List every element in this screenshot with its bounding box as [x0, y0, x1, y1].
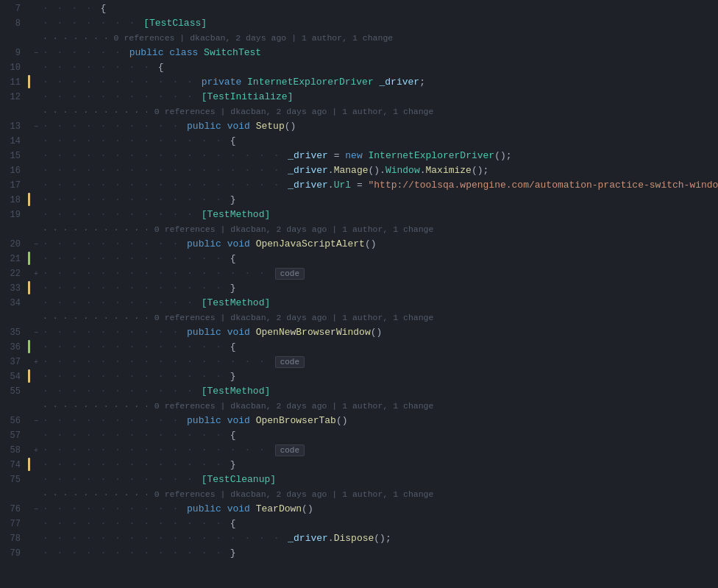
- line-56: 56 − · · · · · · · · · · public void Ope…: [0, 414, 718, 428]
- code-block-58: code: [275, 444, 305, 456]
- line-num-15: 15: [0, 149, 26, 163]
- collapse-22[interactable]: +: [31, 266, 41, 281]
- content-77: · · · · · · · · · · · · · {: [41, 517, 718, 531]
- line-33: 33 · · · · · · · · · · · · · }: [0, 281, 718, 296]
- line-21: 21 · · · · · · · · · · · · · {: [0, 252, 718, 266]
- collapse-35[interactable]: −: [31, 325, 41, 340]
- line-num-37: 37: [0, 355, 26, 369]
- line-13: 13 − · · · · · · · · · · public void Set…: [0, 119, 718, 134]
- line-num-58: 58: [0, 443, 26, 458]
- content-16: · · · · · · · · · · · · · · · · · _drive…: [41, 163, 718, 178]
- line-num-18: 18: [0, 193, 26, 208]
- line-num-9: 9: [0, 46, 26, 60]
- content-79: · · · · · · · · · · · · · }: [41, 546, 718, 561]
- content-56: · · · · · · · · · · public void OpenBrow…: [41, 414, 718, 428]
- content-12: · · · · · · · · · · · [TestInitialize]: [41, 90, 718, 105]
- content-36: · · · · · · · · · · · · · {: [41, 340, 718, 355]
- code-lines: 7 · · · · { 8 · · · · · · · [TestClass] …: [0, 0, 718, 561]
- line-37: 37 + · · · · · · · · · · · · · · · · cod…: [0, 355, 718, 369]
- line-num-13: 13: [0, 119, 26, 134]
- content-10: · · · · · · · · {: [41, 60, 718, 75]
- content-15: · · · · · · · · · · · · · · · · · _drive…: [41, 149, 718, 163]
- line-num-77: 77: [0, 517, 26, 531]
- line-num-12: 12: [0, 90, 26, 105]
- line-75: 75 · · · · · · · · · · · [TestCleanup]: [0, 472, 718, 487]
- content-78: · · · · · · · · · · · · · · · · · _drive…: [41, 531, 718, 546]
- indicator-36: [26, 340, 31, 353]
- line-15: 15 · · · · · · · · · · · · · · · · · _dr…: [0, 149, 718, 163]
- line-num-7: 7: [0, 1, 26, 16]
- line-num-33: 33: [0, 281, 26, 296]
- content-54: · · · · · · · · · · · · · }: [41, 369, 718, 384]
- line-79: 79 · · · · · · · · · · · · · }: [0, 546, 718, 561]
- content-76: · · · · · · · · · · public void TearDown…: [41, 502, 718, 517]
- meta-19: · · · · · · · · · · · 0 references | dka…: [0, 222, 718, 237]
- line-num-74: 74: [0, 458, 26, 472]
- code-editor: 7 · · · · { 8 · · · · · · · [TestClass] …: [0, 0, 718, 588]
- collapse-20[interactable]: −: [31, 237, 41, 252]
- content-74: · · · · · · · · · · · · · }: [41, 458, 718, 472]
- line-9: 9 − · · · · · · public class SwitchTest: [0, 46, 718, 60]
- line-57: 57 · · · · · · · · · · · · · {: [0, 428, 718, 443]
- content-13: · · · · · · · · · · public void Setup(): [41, 119, 718, 134]
- code-block-22: code: [275, 268, 305, 280]
- meta-text-8: · · · · · · · 0 references | dkacban, 2 …: [41, 32, 393, 45]
- line-34: 34 · · · · · · · · · · · [TestMethod]: [0, 296, 718, 311]
- line-78: 78 · · · · · · · · · · · · · · · · · _dr…: [0, 531, 718, 546]
- collapse-58[interactable]: +: [31, 443, 41, 458]
- content-57: · · · · · · · · · · · · · {: [41, 428, 718, 443]
- line-num-16: 16: [0, 163, 26, 178]
- line-num-10: 10: [0, 60, 26, 75]
- line-num-8: 8: [0, 16, 26, 31]
- content-20: · · · · · · · · · · public void OpenJava…: [41, 237, 718, 252]
- line-num-11: 11: [0, 75, 26, 90]
- line-14: 14 · · · · · · · · · · · · · {: [0, 134, 718, 149]
- line-num-35: 35: [0, 325, 26, 340]
- content-33: · · · · · · · · · · · · · }: [41, 281, 718, 296]
- line-8: 8 · · · · · · · [TestClass]: [0, 16, 718, 31]
- line-num-76: 76: [0, 502, 26, 517]
- collapse-76[interactable]: −: [31, 502, 41, 517]
- line-22: 22 + · · · · · · · · · · · · · · · · cod…: [0, 266, 718, 281]
- content-37: · · · · · · · · · · · · · · · · code: [41, 355, 718, 369]
- meta-text-34: · · · · · · · · · · · 0 references | dka…: [41, 311, 433, 325]
- indicator-18: [26, 193, 31, 206]
- collapse-37[interactable]: +: [31, 355, 41, 369]
- collapse-13[interactable]: −: [31, 119, 41, 134]
- content-55: · · · · · · · · · · · [TestMethod]: [41, 384, 718, 399]
- content-58: · · · · · · · · · · · · · · · · code: [41, 443, 718, 458]
- indicator-11: [26, 75, 31, 88]
- line-77: 77 · · · · · · · · · · · · · {: [0, 517, 718, 531]
- content-9: · · · · · · public class SwitchTest: [41, 46, 718, 60]
- line-11: 11 · · · · · · · · · · · private Interne…: [0, 75, 718, 90]
- line-58: 58 + · · · · · · · · · · · · · · · · cod…: [0, 443, 718, 458]
- line-20: 20 − · · · · · · · · · · public void Ope…: [0, 237, 718, 252]
- content-35: · · · · · · · · · · public void OpenNewB…: [41, 325, 718, 340]
- line-num-78: 78: [0, 531, 26, 546]
- line-55: 55 · · · · · · · · · · · [TestMethod]: [0, 384, 718, 399]
- line-num-54: 54: [0, 369, 26, 384]
- content-17: · · · · · · · · · · · · · · · · · _drive…: [41, 178, 718, 193]
- line-7: 7 · · · · {: [0, 1, 718, 16]
- meta-12: · · · · · · · · · · · 0 references | dka…: [0, 105, 718, 119]
- meta-55: · · · · · · · · · · · 0 references | dka…: [0, 399, 718, 414]
- line-num-56: 56: [0, 414, 26, 428]
- line-num-17: 17: [0, 178, 26, 193]
- collapse-9[interactable]: −: [31, 46, 41, 60]
- content-34: · · · · · · · · · · · [TestMethod]: [41, 296, 718, 311]
- meta-text-55: · · · · · · · · · · · 0 references | dka…: [41, 400, 433, 413]
- content-21: · · · · · · · · · · · · · {: [41, 252, 718, 266]
- line-num-22: 22: [0, 266, 26, 281]
- content-8: · · · · · · · [TestClass]: [41, 16, 718, 31]
- meta-text-12: · · · · · · · · · · · 0 references | dka…: [41, 105, 433, 118]
- content-11: · · · · · · · · · · · private InternetEx…: [41, 75, 718, 90]
- content-75: · · · · · · · · · · · [TestCleanup]: [41, 472, 718, 487]
- collapse-56[interactable]: −: [31, 414, 41, 428]
- line-num-14: 14: [0, 134, 26, 149]
- line-num-19: 19: [0, 208, 26, 222]
- line-num-20: 20: [0, 237, 26, 252]
- line-35: 35 − · · · · · · · · · · public void Ope…: [0, 325, 718, 340]
- content-19: · · · · · · · · · · · [TestMethod]: [41, 208, 718, 222]
- line-16: 16 · · · · · · · · · · · · · · · · · _dr…: [0, 163, 718, 178]
- line-12: 12 · · · · · · · · · · · [TestInitialize…: [0, 90, 718, 105]
